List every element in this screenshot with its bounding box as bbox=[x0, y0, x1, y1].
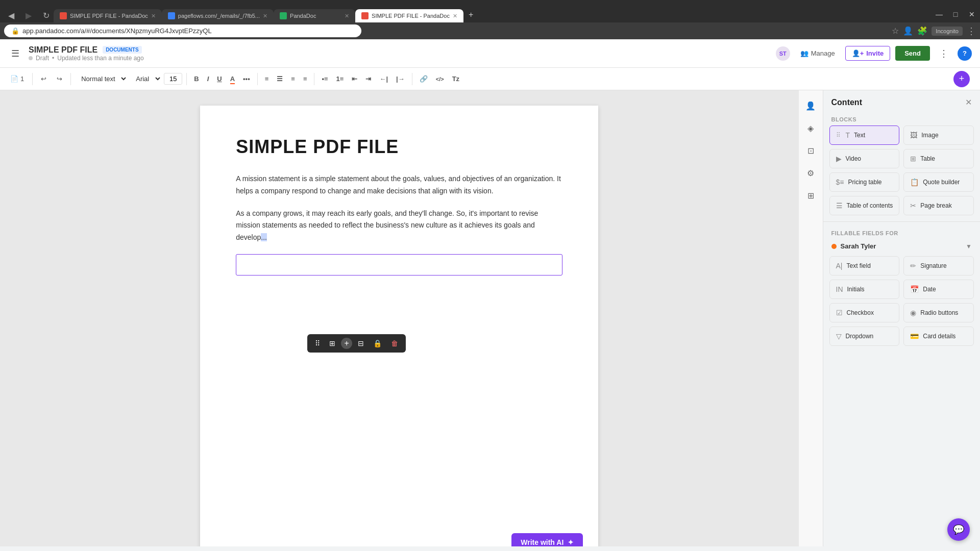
field-dropdown[interactable]: ▽ Dropdown bbox=[829, 327, 900, 346]
ft-add-btn[interactable]: + bbox=[341, 338, 352, 349]
add-content-btn[interactable]: + bbox=[953, 71, 970, 87]
block-table[interactable]: ⊞ Table bbox=[903, 149, 974, 168]
field-initials[interactable]: IN Initials bbox=[829, 280, 900, 299]
block-image[interactable]: 🖼 Image bbox=[903, 126, 974, 145]
send-button[interactable]: Send bbox=[895, 46, 930, 61]
redo-btn[interactable]: ↪ bbox=[53, 73, 66, 85]
divider-6 bbox=[412, 73, 412, 85]
font-size-input[interactable] bbox=[164, 73, 182, 85]
tab-3-close[interactable]: ✕ bbox=[453, 13, 457, 19]
invite-button[interactable]: 👤+ Invite bbox=[845, 46, 891, 61]
tab-0-close[interactable]: ✕ bbox=[151, 13, 156, 19]
field-card[interactable]: 💳 Card details bbox=[903, 327, 974, 346]
field-radio[interactable]: ◉ Radio buttons bbox=[903, 303, 974, 322]
underline-btn[interactable]: U bbox=[214, 73, 225, 85]
forward-btn[interactable]: ▶ bbox=[21, 9, 36, 22]
indent-right-btn[interactable]: |→ bbox=[393, 73, 408, 85]
paragraph-2[interactable]: As a company grows, it may reach its ear… bbox=[236, 208, 562, 244]
url-input[interactable]: 🔒 app.pandadoc.com/a/#/documents/XNpzmyu… bbox=[4, 24, 361, 37]
bookmark-icon[interactable]: ☆ bbox=[892, 26, 899, 36]
tab-3-icon bbox=[361, 12, 369, 19]
updated-label: Updated less than a minute ago bbox=[57, 55, 143, 62]
pricing-table-icon: $≡ bbox=[836, 178, 844, 186]
align-left-btn[interactable]: ≡ bbox=[262, 73, 272, 85]
ft-drag-btn[interactable]: ⠿ bbox=[311, 337, 324, 349]
content-panel-close-btn[interactable]: ✕ bbox=[965, 97, 972, 107]
indent-more-btn[interactable]: ⇥ bbox=[362, 73, 374, 85]
text-color-letter: A bbox=[230, 75, 235, 84]
back-btn[interactable]: ◀ bbox=[4, 9, 18, 22]
video-block-label: Video bbox=[846, 155, 861, 162]
document-area[interactable]: SIMPLE PDF FILE A mission statement is a… bbox=[0, 90, 799, 546]
tab-1[interactable]: pageflows.com/_/emails/_/7fb5... ✕ bbox=[162, 9, 274, 22]
ft-delete-btn[interactable]: 🗑 bbox=[387, 337, 402, 349]
chat-button[interactable]: 💬 bbox=[947, 518, 970, 541]
italic-btn[interactable]: I bbox=[204, 73, 212, 85]
block-toc[interactable]: ☰ Table of contents bbox=[829, 196, 900, 215]
ft-grid-btn[interactable]: ⊞ bbox=[326, 337, 339, 349]
block-video[interactable]: ▶ Video bbox=[829, 149, 900, 168]
tab-0[interactable]: SIMPLE PDF FILE - PandaDoc ✕ bbox=[54, 9, 162, 22]
help-button[interactable]: ? bbox=[958, 46, 972, 61]
tab-1-close[interactable]: ✕ bbox=[263, 13, 267, 19]
profile-icon[interactable]: 👤 bbox=[903, 26, 913, 36]
undo-btn[interactable]: ↩ bbox=[37, 73, 51, 85]
tab-2-close[interactable]: ✕ bbox=[345, 13, 349, 19]
more-options-btn[interactable]: ⋮ bbox=[935, 46, 952, 61]
toc-label: Table of contents bbox=[847, 202, 893, 209]
bullet-list-btn[interactable]: •≡ bbox=[318, 73, 331, 85]
block-pricing-table[interactable]: $≡ Pricing table bbox=[829, 172, 900, 192]
field-text[interactable]: A| Text field bbox=[829, 256, 900, 276]
selected-text: ... bbox=[261, 233, 267, 241]
text-style-selector[interactable]: Normal text bbox=[75, 72, 128, 85]
field-date[interactable]: 📅 Date bbox=[903, 280, 974, 299]
text-color-btn[interactable]: A bbox=[227, 73, 238, 85]
extensions-icon[interactable]: 🧩 bbox=[917, 26, 927, 36]
font-selector[interactable]: Arial bbox=[130, 72, 162, 85]
refresh-btn[interactable]: ↻ bbox=[39, 9, 54, 22]
maximize-btn[interactable]: □ bbox=[947, 6, 964, 22]
ft-align-btn[interactable]: ⊟ bbox=[354, 337, 368, 349]
text-input-area[interactable] bbox=[236, 254, 562, 276]
minimize-btn[interactable]: — bbox=[931, 6, 947, 22]
block-text[interactable]: ⠿ T Text bbox=[829, 126, 900, 145]
settings-icon[interactable]: ⚙ bbox=[801, 164, 820, 182]
num-list-btn[interactable]: 1≡ bbox=[333, 73, 347, 85]
user-avatar[interactable]: ST bbox=[776, 46, 790, 61]
shapes-icon[interactable]: ◈ bbox=[801, 119, 820, 137]
page-num: 1 bbox=[20, 75, 24, 83]
indent-less-btn[interactable]: ⇤ bbox=[349, 73, 360, 85]
menu-dots-icon[interactable]: ⋮ bbox=[967, 26, 976, 37]
tab-2[interactable]: PandaDoc ✕ bbox=[274, 9, 355, 22]
clear-format-btn[interactable]: Tz bbox=[449, 73, 462, 85]
write-ai-button[interactable]: Write with AI ✦ bbox=[511, 533, 583, 546]
align-right-btn[interactable]: ≡ bbox=[288, 73, 298, 85]
align-justify-btn[interactable]: ≡ bbox=[300, 73, 310, 85]
table-block-icon: ⊞ bbox=[910, 155, 916, 163]
more-format-btn[interactable]: ••• bbox=[240, 73, 253, 85]
image-block-icon: 🖼 bbox=[910, 131, 917, 139]
ft-lock-btn[interactable]: 🔒 bbox=[370, 337, 385, 349]
close-btn[interactable]: ✕ bbox=[964, 6, 980, 22]
embed-icon[interactable]: ⊡ bbox=[801, 141, 820, 160]
field-checkbox[interactable]: ☑ Checkbox bbox=[829, 303, 900, 322]
field-signature[interactable]: ✏ Signature bbox=[903, 256, 974, 276]
apps-icon[interactable]: ⊞ bbox=[801, 186, 820, 205]
contacts-icon[interactable]: 👤 bbox=[801, 96, 820, 115]
block-quote-builder[interactable]: 📋 Quote builder bbox=[903, 172, 974, 192]
tab-3[interactable]: SIMPLE PDF FILE - PandaDoc ✕ bbox=[355, 9, 463, 22]
link-btn[interactable]: 🔗 bbox=[416, 73, 431, 85]
user-dropdown[interactable]: Sarah Tyler ▼ bbox=[823, 238, 980, 254]
align-center-btn[interactable]: ☰ bbox=[274, 73, 286, 85]
new-tab-btn[interactable]: + bbox=[463, 7, 478, 22]
bold-btn[interactable]: B bbox=[191, 73, 202, 85]
block-page-break[interactable]: ✂ Page break bbox=[903, 196, 974, 215]
document-page: SIMPLE PDF FILE A mission statement is a… bbox=[200, 106, 598, 546]
right-panel: 👤 ◈ ⊡ ⚙ ⊞ Content ✕ BLOCKS ⠿ T bbox=[799, 90, 980, 546]
header-actions: ST 👥 Manage 👤+ Invite Send ⋮ ? bbox=[776, 46, 972, 61]
code-btn[interactable]: </> bbox=[433, 74, 447, 84]
paragraph-1[interactable]: A mission statement is a simple statemen… bbox=[236, 173, 562, 197]
indent-left-btn[interactable]: ←| bbox=[376, 73, 391, 85]
hamburger-icon[interactable]: ☰ bbox=[8, 45, 22, 62]
manage-button[interactable]: 👥 Manage bbox=[795, 46, 840, 60]
